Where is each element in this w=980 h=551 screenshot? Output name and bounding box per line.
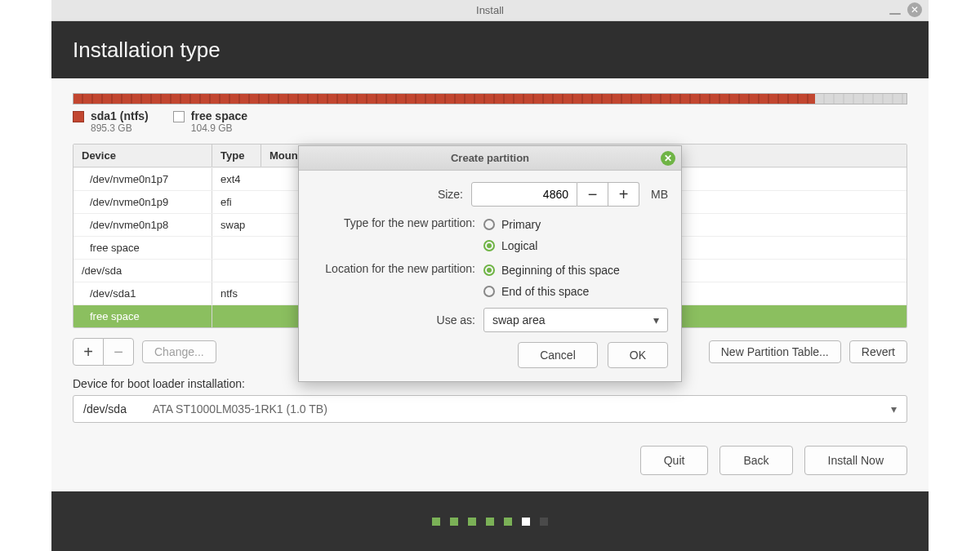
back-button[interactable]: Back: [719, 446, 792, 475]
progress-dot-icon: [522, 518, 530, 526]
legend-name: sda1 (ntfs): [91, 109, 149, 122]
dialog-title: Create partition: [451, 152, 529, 164]
col-device[interactable]: Device: [74, 144, 212, 167]
install-now-button[interactable]: Install Now: [804, 446, 907, 475]
bootloader-select[interactable]: /dev/sda ATA ST1000LM035-1RK1 (1.0 TB) ▾: [73, 395, 907, 423]
radio-logical[interactable]: Logical: [483, 239, 541, 252]
dialog-titlebar: Create partition ✕: [299, 146, 681, 171]
cell-device: /dev/nvme0n1p9: [74, 191, 212, 213]
cell-device: /dev/sda1: [74, 282, 212, 304]
col-type[interactable]: Type: [212, 144, 261, 167]
close-icon[interactable]: ✕: [907, 2, 922, 17]
cell-type: ntfs: [212, 282, 261, 304]
chevron-down-icon: ▾: [653, 313, 659, 327]
footer-buttons: Quit Back Install Now: [73, 446, 907, 475]
progress-dot-icon: [450, 518, 458, 526]
cell-device: /dev/nvme0n1p8: [74, 214, 212, 236]
legend-item-sda1: sda1 (ntfs) 895.3 GB: [73, 109, 149, 134]
progress-dot-icon: [486, 518, 494, 526]
legend-name: free space: [191, 109, 247, 122]
radio-label: End of this space: [501, 285, 589, 298]
dialog-ok-button[interactable]: OK: [608, 342, 668, 368]
size-decrement-button[interactable]: −: [577, 182, 608, 207]
dialog-close-icon[interactable]: ✕: [661, 151, 675, 166]
legend-swatch-icon: [73, 111, 84, 122]
chevron-down-icon: ▾: [891, 402, 897, 415]
usage-legend: sda1 (ntfs) 895.3 GB free space 104.9 GB: [73, 109, 907, 134]
size-increment-button[interactable]: +: [608, 182, 639, 207]
partition-location-label: Location for the new partition:: [312, 262, 483, 275]
use-as-value: swap area: [492, 313, 546, 327]
usage-segment-free: [815, 94, 906, 104]
dialog-cancel-button[interactable]: Cancel: [518, 342, 598, 368]
radio-label: Beginning of this space: [501, 264, 620, 277]
legend-size: 895.3 GB: [91, 122, 149, 134]
quit-button[interactable]: Quit: [640, 446, 709, 475]
cell-type: ext4: [212, 168, 261, 190]
cell-device: free space: [74, 305, 212, 327]
create-partition-dialog: Create partition ✕ Size: − + MB Type for…: [298, 145, 682, 382]
radio-icon: [483, 219, 495, 230]
revert-button[interactable]: Revert: [849, 340, 907, 363]
radio-location-end[interactable]: End of this space: [483, 285, 620, 298]
cell-type: efi: [212, 191, 261, 213]
legend-item-free: free space 104.9 GB: [173, 109, 247, 134]
progress-dot-icon: [468, 518, 476, 526]
minimize-icon[interactable]: [889, 13, 901, 15]
cell-type: [212, 237, 261, 259]
radio-primary[interactable]: Primary: [483, 218, 541, 231]
disk-usage-bar: [73, 93, 907, 104]
remove-partition-button[interactable]: −: [103, 338, 134, 366]
progress-dot-icon: [540, 518, 548, 526]
use-as-select[interactable]: swap area ▾: [483, 308, 668, 332]
cell-type: swap: [212, 214, 261, 236]
cell-type: [212, 305, 261, 327]
window-title: Install: [476, 4, 504, 16]
legend-size: 104.9 GB: [191, 122, 247, 134]
legend-swatch-icon: [173, 111, 185, 122]
partition-type-label: Type for the new partition:: [312, 216, 483, 229]
cell-device: free space: [74, 237, 212, 259]
new-partition-table-button[interactable]: New Partition Table...: [709, 340, 841, 363]
radio-location-begin[interactable]: Beginning of this space: [483, 264, 620, 277]
radio-label: Primary: [501, 218, 541, 231]
add-partition-button[interactable]: +: [73, 338, 104, 366]
radio-label: Logical: [501, 239, 537, 252]
cell-device: /dev/nvme0n1p7: [74, 168, 212, 190]
cell-type: [212, 260, 261, 282]
bootloader-desc: ATA ST1000LM035-1RK1 (1.0 TB): [153, 402, 327, 415]
size-unit: MB: [651, 188, 668, 201]
progress-dot-icon: [504, 518, 512, 526]
radio-icon: [483, 286, 495, 297]
use-as-label: Use as:: [312, 313, 483, 327]
usage-segment-used: [74, 94, 815, 104]
cell-device: /dev/sda: [74, 260, 212, 282]
bootloader-device: /dev/sda: [83, 402, 127, 415]
progress-dot-icon: [432, 518, 440, 526]
change-partition-button[interactable]: Change...: [142, 340, 216, 363]
page-title: Installation type: [73, 38, 220, 63]
page-header: Installation type: [51, 21, 929, 78]
radio-icon: [483, 240, 495, 251]
installer-progress: [51, 491, 929, 551]
radio-icon: [483, 264, 495, 276]
window-titlebar: Install ✕: [51, 0, 929, 21]
size-input[interactable]: [471, 182, 577, 207]
size-label: Size:: [312, 188, 471, 201]
